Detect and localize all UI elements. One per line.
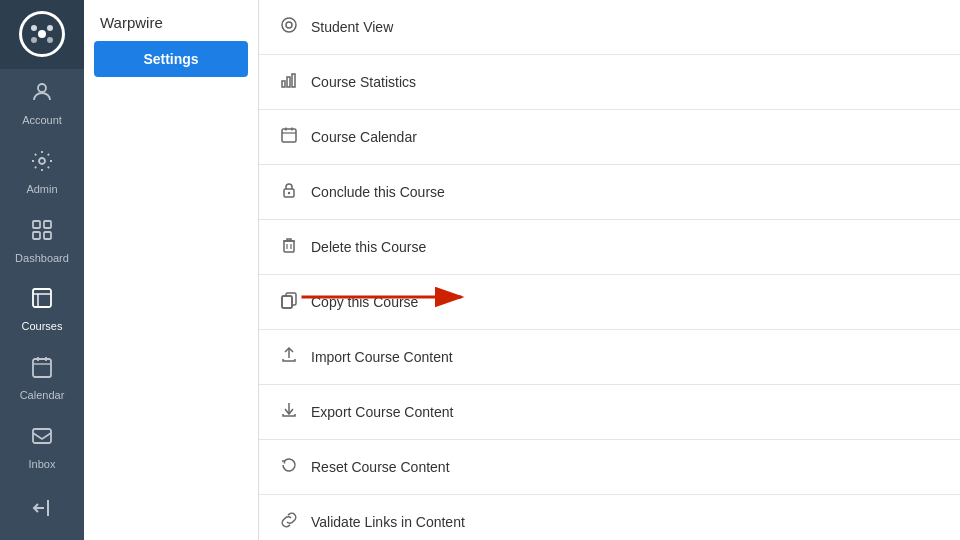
menu-item-course-statistics[interactable]: Course Statistics [259,55,960,110]
reset-icon [279,456,299,478]
sidebar-item-label-inbox: Inbox [29,458,56,470]
sidebar-item-label-account: Account [22,114,62,126]
svg-rect-9 [33,232,40,239]
sidebar-item-label-admin: Admin [26,183,57,195]
sidebar-item-account[interactable]: Account [0,69,84,138]
svg-rect-8 [44,221,51,228]
settings-button[interactable]: Settings [94,41,248,77]
svg-rect-28 [282,129,296,142]
chart-icon [279,71,299,93]
menu-item-label: Student View [311,19,393,35]
sidebar-item-label-dashboard: Dashboard [15,252,69,264]
admin-icon [30,149,54,179]
svg-point-33 [288,192,290,194]
second-nav: Warpwire Settings [84,0,259,540]
menu-item-label: Export Course Content [311,404,453,420]
menu-item-label: Course Calendar [311,129,417,145]
svg-rect-11 [33,289,51,307]
menu-item-delete-course[interactable]: Delete this Course [259,220,960,275]
menu-item-conclude-course[interactable]: Conclude this Course [259,165,960,220]
svg-rect-26 [287,77,290,87]
inbox-icon [30,424,54,454]
menu-item-label: Conclude this Course [311,184,445,200]
svg-point-23 [282,18,296,32]
svg-rect-25 [282,81,285,87]
svg-point-5 [38,84,46,92]
svg-rect-14 [33,359,51,377]
sidebar-item-calendar[interactable]: Calendar [0,344,84,413]
lock-icon [279,181,299,203]
left-nav: Account Admin Dashboard [0,0,84,540]
courses-icon [30,286,54,316]
svg-rect-7 [33,221,40,228]
menu-item-label: Validate Links in Content [311,514,465,530]
dashboard-icon [30,218,54,248]
calendar-small-icon [279,126,299,148]
menu-item-label: Copy this Course [311,294,418,310]
svg-point-3 [31,37,37,43]
main-content: Student View Course Statistics Course Ca… [259,0,960,540]
menu-item-reset-content[interactable]: Reset Course Content [259,440,960,495]
svg-rect-27 [292,74,295,87]
logo-icon [19,11,65,57]
student-view-icon [279,16,299,38]
sidebar-item-label-calendar: Calendar [20,389,65,401]
menu-item-export-content[interactable]: Export Course Content [259,385,960,440]
copy-icon [279,291,299,313]
svg-rect-10 [44,232,51,239]
menu-item-course-calendar[interactable]: Course Calendar [259,110,960,165]
svg-point-24 [286,22,292,28]
sidebar-item-inbox[interactable]: Inbox [0,412,84,481]
breadcrumb-title: Warpwire [84,0,258,41]
sidebar-item-label-courses: Courses [22,320,63,332]
trash-icon [279,236,299,258]
menu-item-label: Reset Course Content [311,459,450,475]
svg-rect-34 [284,241,294,252]
svg-point-0 [38,30,46,38]
svg-point-2 [47,25,53,31]
sidebar-item-admin[interactable]: Admin [0,137,84,206]
link-icon [279,511,299,533]
menu-item-label: Course Statistics [311,74,416,90]
menu-item-copy-course[interactable]: Copy this Course [259,275,960,330]
sidebar-item-courses[interactable]: Courses [0,275,84,344]
logo[interactable] [0,0,84,69]
account-icon [30,80,54,110]
menu-item-label: Import Course Content [311,349,453,365]
svg-point-4 [47,37,53,43]
menu-item-import-content[interactable]: Import Course Content [259,330,960,385]
menu-item-label: Delete this Course [311,239,426,255]
calendar-icon [30,355,54,385]
upload-icon [279,346,299,368]
nav-collapse[interactable] [0,481,84,540]
download-icon [279,401,299,423]
menu-item-validate-links[interactable]: Validate Links in Content [259,495,960,540]
svg-rect-18 [33,429,51,443]
sidebar-item-dashboard[interactable]: Dashboard [0,206,84,275]
svg-point-1 [31,25,37,31]
svg-rect-38 [282,296,292,308]
svg-point-6 [39,158,45,164]
collapse-icon [30,496,54,525]
menu-item-student-view[interactable]: Student View [259,0,960,55]
